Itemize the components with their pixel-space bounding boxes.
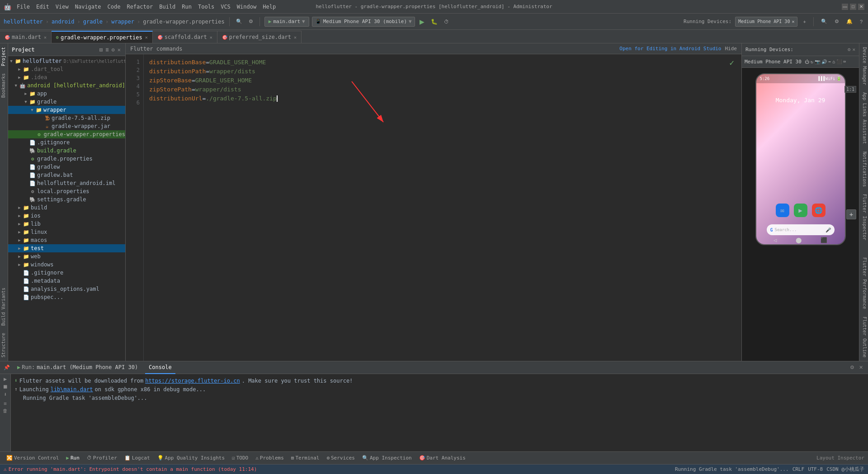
run-config-selector[interactable]: ▶ main.dart ▼ <box>264 17 309 27</box>
bottom-app-quality[interactable]: 💡 App Quality Insights <box>155 454 227 462</box>
tree-build[interactable]: 📁 build <box>8 204 125 212</box>
tab-main-dart[interactable]: 🎯 main.dart ✕ <box>0 31 52 43</box>
tree-lib[interactable]: 📁 lib <box>8 220 125 228</box>
tree-app[interactable]: 📁 app <box>8 90 125 98</box>
bottom-dart-analysis[interactable]: 🎯 Dart Analysis <box>416 454 468 462</box>
utf8-label[interactable]: UTF-8 <box>808 466 823 472</box>
tree-windows[interactable]: 📁 windows <box>8 261 125 269</box>
sidebar-item-build-variants[interactable]: Build Variants <box>0 284 8 329</box>
run-tab-run[interactable]: ▶ Run: main.dart (Medium Phone API 30) <box>14 361 142 374</box>
device-keyboard-btn[interactable]: ⌨ <box>843 59 846 64</box>
sidebar-item-flutter-outline[interactable]: Flutter Outline <box>859 313 868 361</box>
tab-scaffold[interactable]: 🎯 scaffold.dart ✕ <box>153 31 217 43</box>
bottom-problems[interactable]: ⚠ Problems <box>253 454 287 462</box>
settings-btn[interactable]: ⚙ <box>247 18 255 25</box>
sidebar-item-app-links[interactable]: App Links Assistant <box>859 89 868 147</box>
tree-gitignore-root[interactable]: 📄 .gitignore <box>8 269 125 277</box>
panel-gear-btn[interactable]: ⚙ <box>111 46 116 53</box>
tree-macos[interactable]: 📁 macos <box>8 236 125 244</box>
bottom-todo[interactable]: ☑ TODO <box>229 454 251 462</box>
tree-gradle[interactable]: 📁 gradle <box>8 98 125 106</box>
tree-idea[interactable]: 📁 .idea <box>8 73 125 81</box>
app-icon-chrome[interactable]: 🌐 <box>812 204 826 217</box>
code-editor[interactable]: 1 2 3 4 5 6 distributionBase=GRADLE_USER… <box>126 54 741 361</box>
tree-dart-tool[interactable]: 📁 .dart_tool <box>8 65 125 73</box>
tree-gradlew-bat[interactable]: 📄 gradlew.bat <box>8 171 125 179</box>
tree-gradle-jar[interactable]: ☕ gradle-wrapper.jar <box>8 122 125 130</box>
menu-tools[interactable]: Tools <box>195 3 217 11</box>
bottom-app-inspection[interactable]: 🔍 App Inspection <box>359 454 415 462</box>
running-device-close[interactable]: ✕ <box>792 19 794 24</box>
bottom-terminal[interactable]: ⊞ Terminal <box>288 454 322 462</box>
maximize-button[interactable]: □ <box>850 4 856 10</box>
tree-metadata[interactable]: 📄 .metadata <box>8 277 125 285</box>
build-variant[interactable]: android <box>52 19 75 25</box>
phone-screen[interactable]: 5:26 ▐▐▐ WiFi 🔋 Monday, Jan 29 ✉ ▶ 🌐 <box>756 74 845 244</box>
device-panel-close-btn[interactable]: ✕ <box>852 47 855 52</box>
bottom-run[interactable]: ▶ Run <box>63 454 82 462</box>
bottom-version-control[interactable]: 🔀 Version Control <box>4 454 61 462</box>
bottom-logcat[interactable]: 📋 Logcat <box>122 454 153 462</box>
close-button[interactable]: ✕ <box>858 4 864 10</box>
sidebar-item-notifications[interactable]: Notifications <box>859 148 868 190</box>
tree-gitignore-android[interactable]: 📄 .gitignore <box>8 138 125 147</box>
run-tab-console[interactable]: Console <box>145 361 175 374</box>
run-scroll-end-btn[interactable]: ⬇ <box>4 391 7 398</box>
panel-expand-btn[interactable]: ≡ <box>104 46 109 53</box>
tab-close-gradle[interactable]: ✕ <box>145 35 148 40</box>
sidebar-item-structure[interactable]: Structure <box>0 329 8 361</box>
profile-button[interactable]: ⏱ <box>442 18 451 25</box>
menu-file[interactable]: File <box>14 3 33 11</box>
device-rotate-btn[interactable]: ↻ <box>811 59 813 64</box>
main-dart-link[interactable]: lib\main.dart <box>51 385 93 394</box>
sidebar-item-device-manager[interactable]: Device Manager <box>859 43 868 89</box>
menu-code[interactable]: Code <box>105 3 123 11</box>
menu-view[interactable]: View <box>53 3 71 11</box>
device-home-btn[interactable]: ⌂ <box>832 59 835 64</box>
run-restart-btn[interactable]: ▶ <box>4 376 7 382</box>
tree-pubspec[interactable]: 📄 pubspec... <box>8 293 125 301</box>
tab-preferred-size[interactable]: 🎯 preferred_size.dart ✕ <box>217 31 302 43</box>
tree-build-gradle[interactable]: 🐘 build.gradle <box>8 147 125 155</box>
tree-web[interactable]: 📁 web <box>8 252 125 261</box>
encoding-label[interactable]: CRLF <box>793 466 805 472</box>
file-label[interactable]: gradle-wrapper.properties <box>143 19 225 25</box>
device-volume-btn[interactable]: 🔊 <box>821 59 827 64</box>
panel-collapse-btn[interactable]: ⊞ <box>99 46 104 53</box>
flutter-io-link[interactable]: https://storage.flutter-io.cn <box>145 377 240 385</box>
menu-vcs[interactable]: VCS <box>218 3 233 11</box>
tree-gradle-props[interactable]: ⚙ gradle.properties <box>8 155 125 163</box>
tab-close-preferred[interactable]: ✕ <box>294 35 297 40</box>
phone-search-bar[interactable]: G Search... 🎤 <box>767 224 835 235</box>
device-back-btn[interactable]: ⬅ <box>828 59 831 64</box>
run-panel-close-btn[interactable]: ✕ <box>858 364 864 371</box>
tree-android[interactable]: 🤖 android [helloflutter_android] <box>8 81 125 90</box>
debug-button[interactable]: 🐛 <box>429 18 439 26</box>
wrapper-label[interactable]: wrapper <box>111 19 134 25</box>
run-stop-btn[interactable]: ⏹ <box>3 384 8 390</box>
device-selector[interactable]: 📱 Medium Phone API 30 (mobile) ▼ <box>312 17 415 27</box>
layout-inspector-label[interactable]: Layout Inspector <box>816 455 864 461</box>
bottom-services[interactable]: ⚙ Services <box>324 454 358 462</box>
sidebar-item-flutter-inspector[interactable]: Flutter Inspector <box>859 190 868 244</box>
tree-gradle-zip[interactable]: 🗜 gradle-7.5-all.zip <box>8 114 125 122</box>
add-device-button[interactable]: + <box>846 209 856 219</box>
tree-gradlew[interactable]: 📄 gradlew <box>8 163 125 171</box>
tree-ios[interactable]: 📁 ios <box>8 212 125 220</box>
tree-iml[interactable]: 📄 helloflutter_android.iml <box>8 179 125 187</box>
tab-close-main[interactable]: ✕ <box>44 35 47 40</box>
menu-navigate[interactable]: Navigate <box>72 3 104 11</box>
sidebar-item-project[interactable]: Project <box>0 43 8 70</box>
minimize-button[interactable]: — <box>842 4 848 10</box>
app-icon-messages[interactable]: ✉ <box>776 204 789 217</box>
hide-btn[interactable]: Hide <box>725 46 737 52</box>
help-btn[interactable]: ? <box>858 18 864 25</box>
tree-analysis[interactable]: 📄 analysis_options.yaml <box>8 285 125 293</box>
menu-run[interactable]: Run <box>179 3 194 11</box>
tab-gradle-wrapper[interactable]: ⚙ gradle-wrapper.properties ✕ <box>52 31 153 43</box>
gradle-label[interactable]: gradle <box>83 19 103 25</box>
tree-gradle-properties[interactable]: ⚙ gradle-wrapper.properties <box>8 130 125 138</box>
phone-back-btn[interactable]: ◁ <box>774 237 777 243</box>
run-clear-btn[interactable]: 🗑 <box>3 408 8 414</box>
menu-help[interactable]: Help <box>260 3 278 11</box>
